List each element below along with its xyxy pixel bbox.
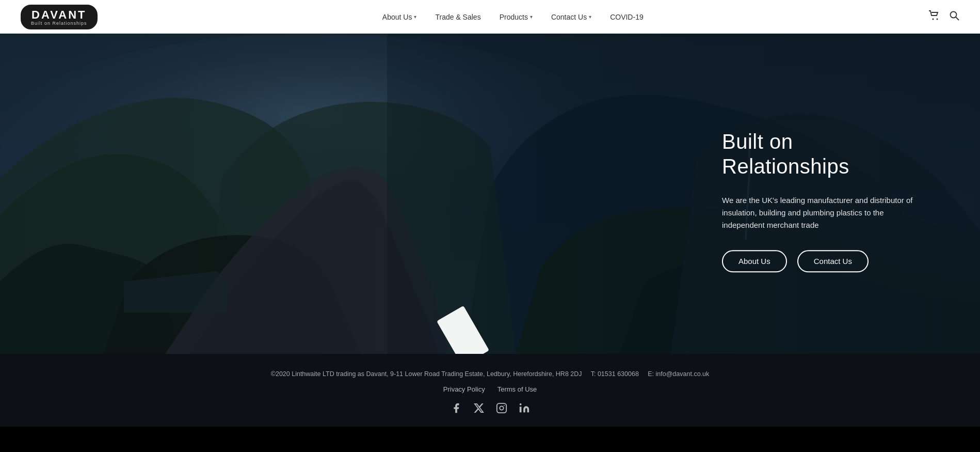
- about-us-button[interactable]: About Us: [722, 250, 787, 272]
- logo-tagline: Built on Relationships: [31, 21, 87, 26]
- twitter-x-link[interactable]: [473, 402, 485, 416]
- hero-title: Built on Relationships: [722, 129, 918, 179]
- hero-button-group: About Us Contact Us: [722, 250, 918, 272]
- terms-of-use-link[interactable]: Terms of Use: [497, 385, 537, 393]
- logo-brand: DAVANT: [31, 8, 86, 22]
- footer-social: [21, 402, 959, 416]
- svg-point-0: [933, 19, 934, 20]
- instagram-link[interactable]: [496, 402, 507, 416]
- footer-links: Privacy Policy Terms of Use: [21, 385, 959, 393]
- nav-icon-group: [928, 10, 959, 23]
- contact-us-button[interactable]: Contact Us: [797, 250, 869, 272]
- logo-box: DAVANT Built on Relationships: [21, 5, 98, 29]
- logo[interactable]: DAVANT Built on Relationships: [21, 5, 98, 29]
- svg-point-9: [504, 405, 505, 406]
- footer-phone-label: T:: [591, 370, 596, 378]
- search-button[interactable]: [949, 10, 959, 23]
- chevron-down-icon: ▾: [414, 14, 416, 20]
- svg-point-2: [951, 12, 957, 18]
- privacy-policy-link[interactable]: Privacy Policy: [443, 385, 485, 393]
- chevron-down-icon: ▾: [589, 14, 591, 20]
- site-header: DAVANT Built on Relationships About Us ▾…: [0, 0, 980, 34]
- chevron-down-icon: ▾: [530, 14, 533, 20]
- svg-point-8: [500, 406, 503, 410]
- linkedin-link[interactable]: [519, 402, 530, 416]
- hero-content: Built on Relationships We are the UK's l…: [722, 129, 918, 272]
- hero-section: Built on Relationships We are the UK's l…: [0, 34, 980, 354]
- facebook-link[interactable]: [451, 402, 462, 416]
- footer-phone: 01531 630068: [598, 370, 639, 378]
- nav-contact-us[interactable]: Contact Us ▾: [551, 13, 591, 21]
- footer-email: info@davant.co.uk: [656, 370, 710, 378]
- site-footer: ©2020 Linthwaite LTD trading as Davant, …: [0, 354, 980, 427]
- footer-copyright: ©2020 Linthwaite LTD trading as Davant, …: [271, 370, 582, 378]
- svg-rect-10: [519, 407, 521, 412]
- cart-button[interactable]: [928, 10, 940, 23]
- nav-about-us[interactable]: About Us ▾: [382, 13, 417, 21]
- nav-trade-sales[interactable]: Trade & Sales: [435, 13, 480, 21]
- footer-email-label: E:: [648, 370, 654, 378]
- svg-rect-7: [496, 403, 506, 412]
- svg-point-1: [937, 19, 938, 20]
- svg-line-3: [956, 17, 959, 20]
- svg-point-11: [519, 403, 521, 405]
- nav-products[interactable]: Products ▾: [500, 13, 533, 21]
- nav-covid[interactable]: COVID-19: [610, 13, 644, 21]
- main-nav: About Us ▾ Trade & Sales Products ▾ Cont…: [382, 13, 644, 21]
- hero-description: We are the UK's leading manufacturer and…: [722, 194, 918, 231]
- footer-info: ©2020 Linthwaite LTD trading as Davant, …: [21, 368, 959, 380]
